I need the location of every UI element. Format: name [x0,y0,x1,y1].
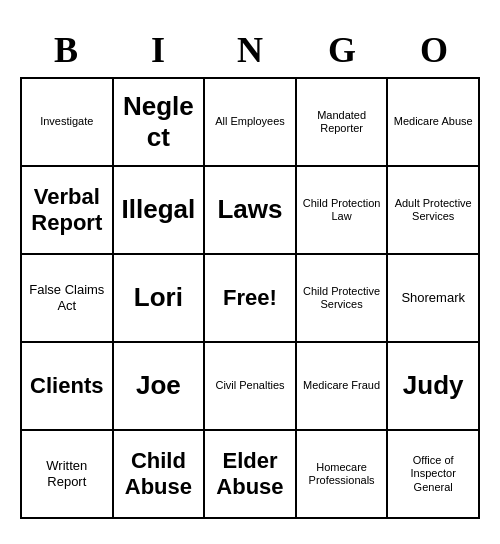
bingo-cell: All Employees [205,79,297,167]
bingo-cell: Child Abuse [114,431,206,519]
header-o: O [388,25,480,75]
bingo-grid: InvestigateNeglectAll EmployeesMandated … [20,77,480,519]
bingo-cell: Office of Inspector General [388,431,480,519]
bingo-cell: Adult Protective Services [388,167,480,255]
bingo-cell: Neglect [114,79,206,167]
bingo-cell: Joe [114,343,206,431]
header-b: B [20,25,112,75]
bingo-cell: Written Report [22,431,114,519]
bingo-header: B I N G O [20,25,480,75]
bingo-cell: Judy [388,343,480,431]
bingo-cell: Free! [205,255,297,343]
bingo-cell: Mandated Reporter [297,79,389,167]
header-n: N [204,25,296,75]
bingo-cell: Medicare Fraud [297,343,389,431]
bingo-card: B I N G O InvestigateNeglectAll Employee… [10,15,490,529]
bingo-cell: Civil Penalties [205,343,297,431]
bingo-cell: Lori [114,255,206,343]
bingo-cell: Elder Abuse [205,431,297,519]
bingo-cell: Shoremark [388,255,480,343]
bingo-cell: Laws [205,167,297,255]
bingo-cell: Verbal Report [22,167,114,255]
bingo-cell: Investigate [22,79,114,167]
bingo-cell: Homecare Professionals [297,431,389,519]
bingo-cell: Child Protection Law [297,167,389,255]
bingo-cell: Child Protective Services [297,255,389,343]
bingo-cell: False Claims Act [22,255,114,343]
bingo-cell: Illegal [114,167,206,255]
header-g: G [296,25,388,75]
bingo-cell: Clients [22,343,114,431]
header-i: I [112,25,204,75]
bingo-cell: Medicare Abuse [388,79,480,167]
